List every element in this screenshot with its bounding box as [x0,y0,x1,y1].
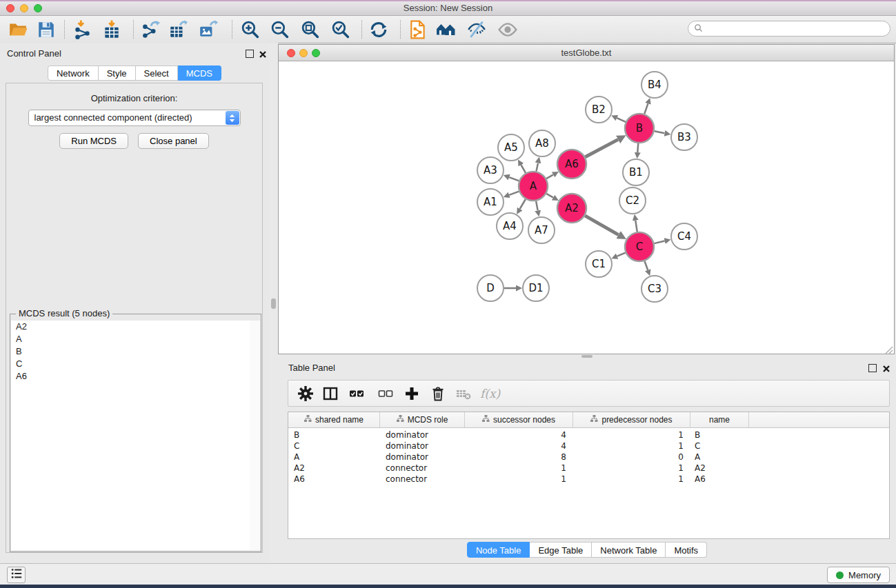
network-edge-C-C2[interactable] [635,221,637,232]
memory-button[interactable]: Memory [827,567,890,583]
tab-style[interactable]: Style [99,65,136,81]
table-cell[interactable]: 4 [465,430,573,441]
task-history-button[interactable] [7,567,26,583]
hide-selected-icon[interactable] [467,20,486,39]
zoom-fit-icon[interactable] [301,20,320,39]
column-header-predecessor-nodes[interactable]: predecessor nodes [573,412,690,427]
float-panel-icon[interactable] [246,50,254,58]
export-table-icon[interactable] [168,20,188,39]
deselect-all-icon[interactable] [378,386,395,401]
zoom-traffic-light-icon[interactable] [34,4,42,12]
refresh-layout-icon[interactable] [369,20,388,39]
network-node-C3[interactable]: C3 [641,276,668,302]
table-cell[interactable]: A2 [690,463,749,474]
network-node-A[interactable]: A [519,172,548,201]
mcds-result-item[interactable]: C [11,358,250,370]
network-node-A4[interactable]: A4 [497,213,523,239]
column-header-mcds-role[interactable]: MCDS role [380,412,465,427]
zoom-in-icon[interactable] [241,20,260,39]
mcds-result-list[interactable]: A2ABCA6 [11,321,250,550]
mcds-result-item[interactable]: B [11,345,250,358]
table-cell[interactable]: A6 [690,474,749,485]
table-cell[interactable]: connector [380,463,465,474]
close-traffic-light-icon[interactable] [287,49,295,57]
network-node-D[interactable]: D [477,275,504,301]
table-cell[interactable]: dominator [380,441,465,452]
table-row[interactable]: Bdominator41B [288,430,889,441]
network-edge-A-A3[interactable] [509,177,519,181]
network-edge-A-A5[interactable] [521,165,526,173]
mcds-result-item[interactable]: A [11,333,250,345]
table-cell[interactable]: C [690,441,749,452]
network-node-C1[interactable]: C1 [586,251,612,277]
export-image-icon[interactable] [199,20,218,39]
tab-mcds[interactable]: MCDS [178,65,221,81]
network-edge-C-C3[interactable] [645,261,648,270]
search-field[interactable] [688,21,890,37]
network-node-A7[interactable]: A7 [528,217,555,243]
tab-network[interactable]: Network [48,65,99,81]
network-edge-A-A8[interactable] [537,163,539,171]
table-cell[interactable]: A2 [288,463,380,474]
table-row[interactable]: A2connector11A2 [288,463,889,474]
open-session-icon[interactable] [8,20,28,39]
mcds-result-item[interactable]: A6 [11,370,250,383]
network-edge-B-B1[interactable] [637,143,638,152]
table-cell[interactable]: 1 [573,474,690,485]
table-cell[interactable]: 0 [573,452,690,463]
mcds-result-item[interactable]: A2 [11,321,250,333]
table-cell[interactable]: dominator [380,430,465,441]
table-cell[interactable]: 1 [465,474,573,485]
save-session-icon[interactable] [37,20,56,39]
network-node-A6[interactable]: A6 [557,150,586,179]
table-cell[interactable]: 8 [465,452,573,463]
network-edge-A-A1[interactable] [509,192,519,195]
table-cell[interactable]: dominator [380,452,465,463]
network-node-B4[interactable]: B4 [641,72,668,98]
new-network-from-selection-icon[interactable] [408,20,428,39]
network-node-A5[interactable]: A5 [498,134,524,161]
vertical-splitter[interactable] [269,43,278,563]
criterion-select[interactable]: largest connected component (directed) [28,110,241,126]
select-all-icon[interactable] [349,386,366,401]
tab-edge-table[interactable]: Edge Table [530,542,592,558]
column-header-successor-nodes[interactable]: successor nodes [465,412,573,427]
minimize-traffic-light-icon[interactable] [299,49,308,57]
tab-motifs[interactable]: Motifs [666,542,707,558]
network-node-A2[interactable]: A2 [557,194,586,223]
network-canvas[interactable]: AA1A2A3A4A5A6A7A8BB1B2B3B4CC1C2C3C4DD1 [279,61,894,353]
zoom-traffic-light-icon[interactable] [312,49,320,57]
table-row[interactable]: Adominator80A [288,452,889,463]
network-node-B1[interactable]: B1 [623,159,649,185]
attributes-gear-icon[interactable] [298,386,315,401]
table-cell[interactable]: 1 [573,430,690,441]
minimize-traffic-light-icon[interactable] [20,4,28,12]
window-resize-grip[interactable] [885,345,893,353]
show-panels-icon[interactable] [436,20,455,39]
import-network-icon[interactable] [73,20,92,39]
close-panel-button[interactable]: Close panel [138,133,209,149]
network-node-A1[interactable]: A1 [477,189,504,215]
column-view-icon[interactable] [323,386,339,401]
network-edge-B-B2[interactable] [617,118,626,122]
splitter-handle[interactable] [271,298,276,309]
table-cell[interactable]: 4 [465,441,573,452]
network-edge-A-A7[interactable] [536,201,538,211]
network-edge-B-B3[interactable] [655,131,665,133]
close-panel-icon[interactable] [259,49,267,61]
network-node-A8[interactable]: A8 [529,130,555,156]
network-node-A3[interactable]: A3 [477,157,504,183]
zoom-out-icon[interactable] [270,20,290,39]
close-panel-icon[interactable] [882,363,890,376]
float-panel-icon[interactable] [868,364,877,372]
table-cell[interactable]: B [690,430,749,441]
tab-network-table[interactable]: Network Table [592,542,666,558]
network-node-C[interactable]: C [625,232,654,261]
search-input[interactable] [706,23,884,34]
network-node-B[interactable]: B [625,114,654,143]
table-cell[interactable]: connector [380,474,465,485]
run-mcds-button[interactable]: Run MCDS [59,133,128,149]
network-node-C4[interactable]: C4 [671,223,697,250]
network-node-B3[interactable]: B3 [671,124,697,150]
close-traffic-light-icon[interactable] [6,4,14,12]
